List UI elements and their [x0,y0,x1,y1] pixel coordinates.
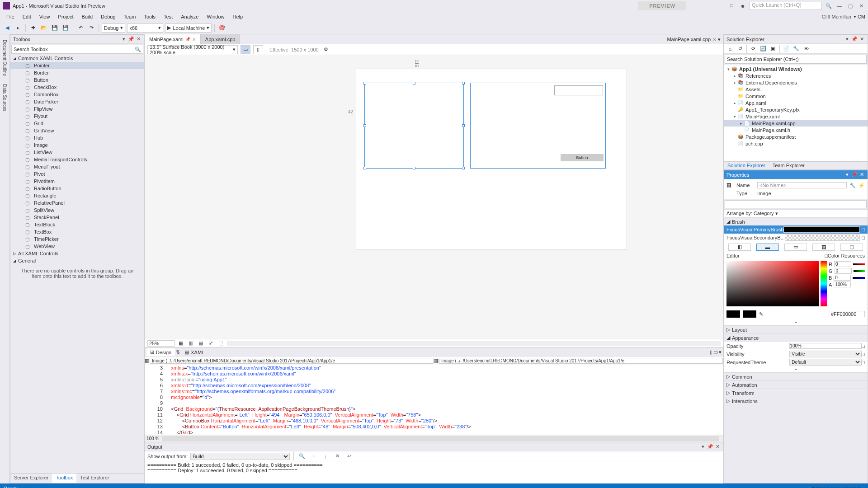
toolbox-item-button[interactable]: ▢Button [10,76,144,84]
brush-solid[interactable]: ▬ [756,244,779,251]
signed-in-user[interactable]: Cliff Mcmillan [822,14,851,19]
source-control-button[interactable]: ↑ Add to Source Control ▴ [808,486,864,488]
toolbox-item-stackpanel[interactable]: ▢StackPanel [10,214,144,221]
vtab-data-sources[interactable]: Data Sources [1,80,8,115]
xaml-editor[interactable]: 34567891011121314 xmlns="http://schemas.… [145,365,723,435]
props-search-input[interactable] [725,200,867,208]
doc-tab-preview[interactable]: MainPage.xaml.cpp✕▾ [664,37,723,42]
expand-icon[interactable]: ⌄ [724,319,868,325]
toolbox-category-common[interactable]: ◢Common XAML Controls [10,55,144,62]
menu-analyze[interactable]: Analyze [177,13,202,20]
tree-node[interactable]: 🔑App1_TemporaryKey.pfx [724,106,868,113]
toolbox-item-webview[interactable]: ▢WebView [10,243,144,250]
brush-row-primary[interactable]: FocusVisualPrimaryBrush □ [724,225,868,234]
collapse-icon[interactable]: ▾ [719,349,722,355]
quick-launch-input[interactable]: Quick Launch (Ctrl+Q) [750,2,822,10]
a-input[interactable] [834,282,851,287]
h-scrollbar[interactable] [227,341,721,346]
device-dropdown[interactable]: 13.5" Surface Book (3000 x 2000) 200% sc… [147,45,238,54]
brush-resource[interactable]: ▢ [840,244,863,251]
back-icon[interactable]: ↺ [736,44,745,53]
toolbox-item-rectangle[interactable]: ▢Rectangle [10,192,144,199]
toolbox-item-pivotitem[interactable]: ▢PivotItem [10,178,144,185]
props-icon[interactable]: 🔧 [792,44,801,53]
dropdown-icon[interactable]: ▾ [700,444,706,450]
user-dropdown-icon[interactable]: ▼ [853,15,857,19]
showall-icon[interactable]: 📄 [782,44,791,53]
platform-dropdown[interactable]: x86▾ [127,23,163,33]
menu-help[interactable]: Help [229,13,247,20]
toolbox-item-datepicker[interactable]: ▢DatePicker [10,98,144,105]
wrench-icon[interactable]: 🔧 [849,183,856,188]
save-all-icon[interactable]: 💾 [61,23,70,33]
visibility-dropdown[interactable]: Visible [789,351,862,357]
redo-icon[interactable]: ↷ [87,23,96,33]
settings-icon[interactable]: ⚙ [321,45,330,54]
nav-back-icon[interactable]: ◀ [3,23,12,33]
collapse-icon[interactable]: ▣ [769,44,778,53]
toolbox-item-hub[interactable]: ▢Hub [10,134,144,141]
dropdown-icon[interactable]: ▾ [844,172,850,178]
opacity-input[interactable] [789,343,862,349]
save-icon[interactable]: 💾 [50,23,59,33]
grid-icon[interactable]: ▦ [177,340,184,347]
split-design-tab[interactable]: ⊞Design [146,348,175,356]
vtab-doc-outline[interactable]: Document Outline [1,36,8,80]
button-control[interactable]: Button [561,154,604,161]
close-icon[interactable]: ✕ [712,37,716,42]
search-icon[interactable]: 🔍 [825,2,833,10]
split-xaml-tab[interactable]: ▤XAML [181,348,208,356]
close-icon[interactable]: ✕ [857,2,865,10]
brush-tile[interactable]: 🖼 [812,244,835,251]
home-icon[interactable]: ⌂ [726,44,735,53]
toolbox-item-textbox[interactable]: ▢TextBox [10,228,144,235]
toolbar-extra-icon[interactable]: 🎯 [217,23,226,33]
sync-icon[interactable]: ⟳ [749,44,758,53]
config-dropdown[interactable]: Debug▾ [102,23,125,33]
toolbox-item-pivot[interactable]: ▢Pivot [10,170,144,178]
toolbox-item-radiobutton[interactable]: ▢RadioButton [10,185,144,192]
toolbox-item-pointer[interactable]: ▢Pointer [10,62,144,69]
toolbox-item-flipview[interactable]: ▢FlipView [10,105,144,113]
menu-project[interactable]: Project [54,13,77,20]
brush-none[interactable]: ◧ [728,244,751,251]
menu-debug[interactable]: Debug [97,13,119,20]
toolbox-item-relativepanel[interactable]: ▢RelativePanel [10,199,144,206]
menu-team[interactable]: Team [120,13,140,20]
menu-build[interactable]: Build [78,13,96,20]
menu-edit[interactable]: Edit [19,13,35,20]
toolbox-item-timepicker[interactable]: ▢TimePicker [10,235,144,243]
events-icon[interactable]: ⚡ [859,183,865,188]
actual-icon[interactable]: ⬚ [217,340,224,347]
color-picker[interactable]: R G B A [724,259,868,309]
toolbox-item-image[interactable]: ▢Image [10,141,144,149]
tree-node[interactable]: ▸📚References [724,72,868,79]
breadcrumb-left[interactable]: Image (../../Users/ericmitt.REDMOND/Docu… [150,358,434,364]
code-h-scrollbar[interactable] [162,436,719,441]
r-input[interactable] [834,261,851,267]
maximize-icon[interactable]: ▢ [846,2,854,10]
name-input[interactable]: <No Name> [757,182,847,188]
tree-node[interactable]: ▾📦App1 (Universal Windows) [724,66,868,72]
breadcrumb-right[interactable]: Image (../../Users/ericmitt.REDMOND/Docu… [439,358,723,364]
tree-node[interactable]: 📦Package.appxmanifest [724,133,868,140]
brush-row-secondary[interactable]: FocusVisualSecondaryB... □ [724,234,868,242]
pin-icon[interactable]: 📌 [851,172,858,178]
expand-icon[interactable]: ⌄ [724,366,868,372]
fit-icon[interactable]: ⤢ [207,340,214,347]
menu-view[interactable]: View [36,13,54,20]
reqtheme-dropdown[interactable]: Default [789,359,862,366]
cat-common[interactable]: ▷Common [724,372,868,380]
toolbox-item-splitview[interactable]: ▢SplitView [10,206,144,214]
split-h-icon[interactable]: ▭ [713,349,718,355]
preview-icon[interactable]: 👁 [802,44,811,53]
landscape-toggle[interactable]: ▭ [241,45,250,54]
minimize-icon[interactable]: — [835,2,844,10]
tree-node[interactable]: ▸📄App.xaml [724,99,868,106]
portrait-toggle[interactable]: ▯ [253,45,263,54]
editor-tab[interactable]: Editor [726,253,740,258]
tree-node[interactable]: 📁Assets [724,86,868,93]
close-icon[interactable]: ✕ [135,36,142,42]
toolbox-item-textblock[interactable]: ▢TextBlock [10,221,144,228]
toolbox-item-menuflyout[interactable]: ▢MenuFlyout [10,163,144,170]
